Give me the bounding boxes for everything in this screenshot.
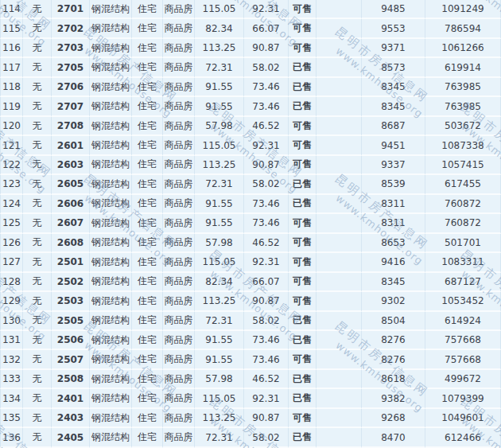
build-area-cell: 91.55 (195, 78, 244, 97)
total-price-cell: 757668 (425, 331, 501, 350)
unit-number-link[interactable]: 2502 (52, 273, 90, 292)
status-badge: 已售 (289, 195, 317, 214)
table-row: 136 无 2405 钢混结构 住宅 商品房 72.31 58.02 已售 84… (0, 428, 501, 448)
row-index: 121 (0, 136, 23, 155)
status-badge: 已售 (289, 175, 317, 194)
build-area-cell: 115.05 (195, 389, 244, 408)
unit-number-link[interactable]: 2606 (52, 195, 90, 214)
property-type-cell: 商品房 (163, 39, 195, 58)
row-index: 135 (0, 409, 23, 428)
inner-area-cell: 46.52 (244, 370, 289, 389)
inner-area-cell: 66.07 (244, 19, 289, 38)
unit-number-link[interactable]: 2405 (52, 428, 90, 448)
unit-number-link[interactable]: 2703 (52, 39, 90, 58)
property-type-cell: 商品房 (163, 78, 195, 97)
unit-number-link[interactable]: 2501 (52, 253, 90, 272)
unit-price-cell: 9451 (362, 136, 425, 155)
status-badge: 可售 (289, 234, 317, 253)
total-price-cell: 1083311 (425, 253, 501, 272)
total-price-cell: 617455 (425, 175, 501, 194)
structure-cell: 钢混结构 (90, 409, 132, 428)
unit-number-link[interactable]: 2505 (52, 312, 90, 331)
unit-number-link[interactable]: 2607 (52, 214, 90, 233)
usage-cell: 住宅 (132, 370, 163, 389)
unit-number-link[interactable]: 2605 (52, 175, 90, 194)
units-table-body: 114 无 2701 钢混结构 住宅 商品房 115.05 92.31 可售 9… (0, 0, 501, 448)
usage-cell: 住宅 (132, 214, 163, 233)
row-index: 118 (0, 78, 23, 97)
total-price-cell: 1061266 (425, 39, 501, 58)
build-area-cell: 72.31 (195, 312, 244, 331)
total-price-cell: 503672 (425, 117, 501, 136)
total-price-cell: 757668 (425, 350, 501, 369)
property-type-cell: 商品房 (163, 292, 195, 311)
unit-number-link[interactable]: 2706 (52, 78, 90, 97)
structure-cell: 钢混结构 (90, 78, 132, 97)
unit-price-cell: 8470 (362, 428, 425, 448)
build-area-cell: 113.25 (195, 409, 244, 428)
status-badge: 可售 (289, 117, 317, 136)
build-area-cell: 72.31 (195, 175, 244, 194)
usage-cell: 住宅 (132, 389, 163, 408)
table-row: 135 无 2403 钢混结构 住宅 商品房 113.25 90.87 可售 9… (0, 409, 501, 428)
total-price-cell: 760872 (425, 195, 501, 214)
usage-cell: 住宅 (132, 409, 163, 428)
inner-area-cell: 92.31 (244, 389, 289, 408)
unit-number-link[interactable]: 2503 (52, 292, 90, 311)
usage-cell: 住宅 (132, 253, 163, 272)
unit-number-link[interactable]: 2508 (52, 370, 90, 389)
inner-area-cell: 58.02 (244, 428, 289, 448)
usage-cell: 住宅 (132, 312, 163, 331)
mortgage-cell: 无 (23, 312, 52, 331)
row-index: 134 (0, 389, 23, 408)
property-type-cell: 商品房 (163, 389, 195, 408)
inner-area-cell: 46.52 (244, 234, 289, 253)
unit-number-link[interactable]: 2705 (52, 58, 90, 77)
structure-cell: 钢混结构 (90, 136, 132, 155)
row-index: 136 (0, 428, 23, 448)
usage-cell: 住宅 (132, 39, 163, 58)
unit-number-link[interactable]: 2707 (52, 97, 90, 116)
empty-cell (317, 253, 362, 272)
build-area-cell: 57.98 (195, 370, 244, 389)
mortgage-cell: 无 (23, 370, 52, 389)
unit-price-cell: 9485 (362, 0, 425, 19)
structure-cell: 钢混结构 (90, 234, 132, 253)
property-type-cell: 商品房 (163, 428, 195, 448)
empty-cell (317, 409, 362, 428)
unit-number-link[interactable]: 2401 (52, 389, 90, 408)
empty-cell (317, 0, 362, 19)
row-index: 114 (0, 0, 23, 19)
unit-number-link[interactable]: 2702 (52, 19, 90, 38)
usage-cell: 住宅 (132, 331, 163, 350)
unit-number-link[interactable]: 2603 (52, 156, 90, 175)
build-area-cell: 113.25 (195, 156, 244, 175)
structure-cell: 钢混结构 (90, 273, 132, 292)
status-badge: 可售 (289, 156, 317, 175)
mortgage-cell: 无 (23, 428, 52, 448)
structure-cell: 钢混结构 (90, 117, 132, 136)
mortgage-cell: 无 (23, 97, 52, 116)
build-area-cell: 72.31 (195, 428, 244, 448)
empty-cell (317, 175, 362, 194)
usage-cell: 住宅 (132, 292, 163, 311)
unit-number-link[interactable]: 2708 (52, 117, 90, 136)
unit-number-link[interactable]: 2506 (52, 331, 90, 350)
unit-number-link[interactable]: 2701 (52, 0, 90, 19)
mortgage-cell: 无 (23, 19, 52, 38)
unit-number-link[interactable]: 2507 (52, 350, 90, 369)
build-area-cell: 57.98 (195, 117, 244, 136)
row-index: 129 (0, 292, 23, 311)
empty-cell (317, 78, 362, 97)
status-badge: 已售 (289, 370, 317, 389)
mortgage-cell: 无 (23, 136, 52, 155)
build-area-cell: 115.05 (195, 0, 244, 19)
table-row: 130 无 2505 钢混结构 住宅 商品房 72.31 58.02 已售 85… (0, 312, 501, 331)
total-price-cell: 786594 (425, 19, 501, 38)
unit-number-link[interactable]: 2403 (52, 409, 90, 428)
unit-price-cell: 9337 (362, 156, 425, 175)
build-area-cell: 91.55 (195, 97, 244, 116)
unit-number-link[interactable]: 2608 (52, 234, 90, 253)
unit-number-link[interactable]: 2601 (52, 136, 90, 155)
property-type-cell: 商品房 (163, 370, 195, 389)
